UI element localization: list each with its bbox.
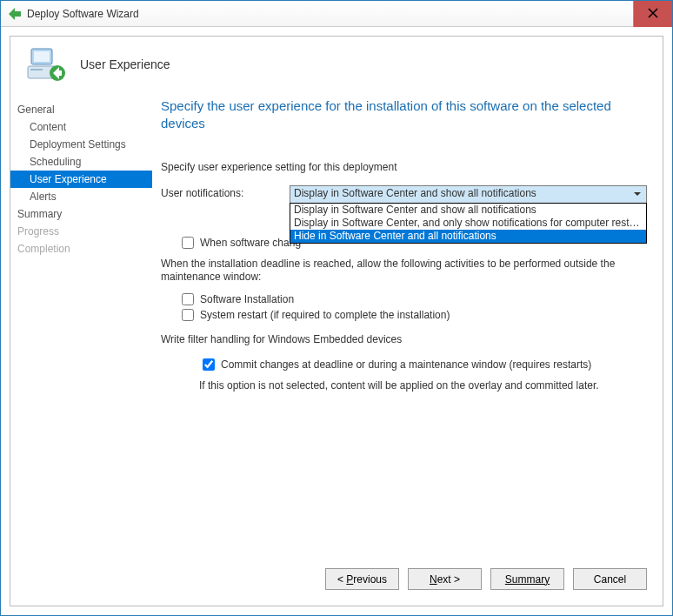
nav-item-user-experience[interactable]: User Experience bbox=[10, 171, 152, 188]
footer: < Previous Next > Summary Cancel bbox=[10, 558, 663, 606]
app-icon bbox=[8, 7, 22, 21]
summary-button[interactable]: Summary bbox=[490, 568, 564, 590]
svg-rect-1 bbox=[34, 51, 50, 62]
checkbox-system-restart-label: System restart (if required to complete … bbox=[200, 309, 450, 321]
nav-item-general[interactable]: General bbox=[10, 101, 152, 118]
checkbox-software-install-label: Software Installation bbox=[200, 293, 294, 305]
nav-item-deployment-settings[interactable]: Deployment Settings bbox=[10, 136, 152, 153]
nav-item-completion: Completion bbox=[10, 240, 152, 258]
checkbox-software-install[interactable] bbox=[182, 293, 194, 305]
wizard-panel: User Experience General Content Deployme… bbox=[10, 36, 663, 606]
notifications-label: User notifications: bbox=[161, 185, 290, 199]
writefilter-label: Write filter handling for Windows Embedd… bbox=[161, 333, 647, 347]
notifications-select[interactable]: Display in Software Center and show all … bbox=[290, 185, 647, 204]
close-button[interactable] bbox=[633, 1, 672, 27]
nav-item-alerts[interactable]: Alerts bbox=[10, 188, 152, 205]
page-title: User Experience bbox=[80, 57, 170, 71]
dropdown-option-2[interactable]: Hide in Software Center and all notifica… bbox=[290, 230, 646, 243]
titlebar: Deploy Software Wizard bbox=[1, 1, 672, 27]
nav-tree: General Content Deployment Settings Sche… bbox=[10, 97, 152, 558]
next-button[interactable]: Next > bbox=[408, 568, 482, 590]
content-heading: Specify the user experience for the inst… bbox=[161, 97, 647, 133]
wizard-window: Deploy Software Wizard User Experience bbox=[0, 0, 673, 616]
cancel-button[interactable]: Cancel bbox=[573, 568, 647, 590]
nav-item-progress: Progress bbox=[10, 223, 152, 240]
checkbox-software-changes-label: When software chang bbox=[200, 237, 301, 249]
checkbox-commit-changes[interactable] bbox=[203, 358, 215, 371]
window-title: Deploy Software Wizard bbox=[27, 8, 139, 20]
notifications-dropdown: Display in Software Center and show all … bbox=[290, 203, 647, 244]
computer-icon bbox=[26, 44, 68, 85]
setting-intro: Specify user experience setting for this… bbox=[161, 161, 647, 173]
checkbox-software-changes[interactable] bbox=[182, 237, 194, 249]
nav-item-scheduling[interactable]: Scheduling bbox=[10, 153, 152, 171]
header: User Experience bbox=[10, 37, 663, 97]
checkbox-system-restart[interactable] bbox=[182, 309, 194, 321]
commit-note: If this option is not selected, content … bbox=[199, 379, 647, 392]
deadline-text: When the installation deadline is reache… bbox=[161, 258, 647, 285]
content-area: Specify the user experience for the inst… bbox=[152, 97, 663, 558]
nav-item-content[interactable]: Content bbox=[10, 118, 152, 136]
dropdown-option-0[interactable]: Display in Software Center and show all … bbox=[290, 204, 646, 217]
previous-button[interactable]: < Previous bbox=[325, 568, 399, 590]
nav-item-summary[interactable]: Summary bbox=[10, 205, 152, 223]
svg-rect-3 bbox=[30, 69, 43, 70]
checkbox-commit-changes-label: Commit changes at deadline or during a m… bbox=[221, 358, 591, 371]
dropdown-option-1[interactable]: Display in Software Center, and only sho… bbox=[290, 217, 646, 230]
